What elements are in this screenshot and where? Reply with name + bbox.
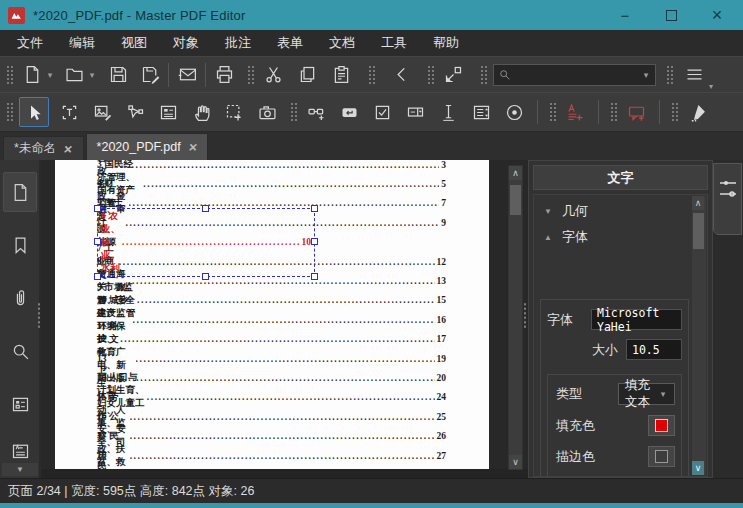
link-tool[interactable] <box>303 98 329 126</box>
open-button[interactable] <box>61 61 87 89</box>
menu-item-document[interactable]: 文档 <box>316 30 368 56</box>
open-dropdown[interactable]: ▾ <box>87 70 97 80</box>
button-field-tool[interactable] <box>336 98 362 126</box>
type-select[interactable]: 填充文本 ▾ <box>618 383 675 405</box>
tab-close-icon[interactable]: × <box>188 140 198 154</box>
scroll-down-button[interactable]: ∨ <box>692 461 704 475</box>
menu-item-edit[interactable]: 编辑 <box>56 30 108 56</box>
fill-color-button[interactable] <box>648 415 675 436</box>
search-input[interactable] <box>511 68 641 82</box>
tab-untitled[interactable]: *未命名 × <box>3 136 84 160</box>
sidebar-scroll-down-button[interactable]: ▼ <box>2 463 38 476</box>
minimize-button[interactable]: − <box>615 5 635 25</box>
select-tool[interactable] <box>19 97 49 127</box>
properties-panel-tab[interactable] <box>713 163 742 235</box>
search-panel-button[interactable] <box>3 331 37 371</box>
selection-handle[interactable] <box>94 205 101 212</box>
listbox-icon <box>471 102 492 123</box>
close-button[interactable]: × <box>707 5 727 25</box>
save-as-button[interactable] <box>137 61 163 89</box>
selection-handle[interactable] <box>202 205 209 212</box>
scroll-up-button[interactable]: ∧ <box>509 166 522 180</box>
screenshot-tool[interactable] <box>254 98 280 126</box>
selection-handle[interactable] <box>311 238 318 245</box>
menu-item-annotate[interactable]: 批注 <box>212 30 264 56</box>
selected-text-object[interactable]: 6 农业、林业、水利..............................… <box>97 233 446 252</box>
eraser-tool[interactable] <box>684 98 710 126</box>
annotations-panel-button[interactable] <box>3 437 37 463</box>
scroll-up-button[interactable]: ∧ <box>692 196 704 210</box>
save-button[interactable] <box>105 61 131 89</box>
toolbar-drag-grip[interactable] <box>6 64 13 86</box>
select-area-tool[interactable] <box>221 98 247 126</box>
fit-selection-button[interactable] <box>440 61 466 89</box>
edit-forms-tool[interactable] <box>155 98 181 126</box>
section-font[interactable]: ▲ 字体 <box>534 221 707 247</box>
hand-tool[interactable] <box>188 98 214 126</box>
attachments-panel-button[interactable] <box>3 278 37 318</box>
text-annotation-tool[interactable] <box>562 98 588 126</box>
sticky-note-tool[interactable] <box>623 98 649 126</box>
document-scrollbar[interactable]: ∧ ∨ <box>508 165 523 470</box>
print-button[interactable] <box>211 61 237 89</box>
scrollbar-thumb[interactable] <box>693 213 704 249</box>
edit-image-tool[interactable] <box>89 98 115 126</box>
tab-close-icon[interactable]: × <box>63 142 73 156</box>
scroll-down-button[interactable]: ∨ <box>509 455 522 469</box>
edit-path-tool[interactable] <box>122 98 148 126</box>
pages-panel-button[interactable] <box>3 172 37 212</box>
selection-handle[interactable] <box>311 205 318 212</box>
selection-handle[interactable] <box>202 273 209 280</box>
listbox-field-tool[interactable] <box>468 98 494 126</box>
main-menu-button[interactable]: ▾ <box>681 61 707 89</box>
new-document-dropdown[interactable]: ▾ <box>45 70 55 80</box>
menu-item-help[interactable]: 帮助 <box>420 30 472 56</box>
menu-item-object[interactable]: 对象 <box>160 30 212 56</box>
toolbar-drag-grip[interactable] <box>666 64 673 86</box>
checkbox-field-tool[interactable] <box>369 98 395 126</box>
toolbar-drag-grip[interactable] <box>368 64 375 86</box>
selection-handle[interactable] <box>94 273 101 280</box>
toolbar-drag-grip[interactable] <box>247 64 254 86</box>
text-field-tool[interactable] <box>435 98 461 126</box>
radio-field-tool[interactable] <box>501 98 527 126</box>
form-fields-panel-button[interactable] <box>3 384 37 424</box>
copy-button[interactable] <box>294 61 320 89</box>
combobox-field-tool[interactable] <box>402 98 428 126</box>
section-geometry[interactable]: ▼ 几何 <box>534 195 707 221</box>
toolbar-drag-grip[interactable] <box>427 64 434 86</box>
stroke-color-button[interactable] <box>648 446 675 467</box>
document-view[interactable]: 2 综合政务..................................… <box>41 160 528 478</box>
new-document-button[interactable] <box>19 61 45 89</box>
font-family-input[interactable]: Microsoft YaHei <box>591 309 682 330</box>
toolbar-drag-grip[interactable] <box>549 101 556 123</box>
toolbar-drag-grip[interactable] <box>671 101 678 123</box>
font-size-input[interactable]: 10.5 <box>626 339 682 360</box>
search-box[interactable]: ▾ <box>493 64 656 86</box>
scrollbar-thumb[interactable] <box>510 185 521 215</box>
panel-splitter[interactable] <box>523 302 527 328</box>
menu-item-file[interactable]: 文件 <box>4 30 56 56</box>
menu-item-view[interactable]: 视图 <box>108 30 160 56</box>
panel-scrollbar[interactable]: ∧ ∨ <box>692 196 706 475</box>
text-cursor-icon <box>438 102 459 123</box>
toolbar-drag-grip[interactable] <box>6 101 13 123</box>
menu-item-forms[interactable]: 表单 <box>264 30 316 56</box>
maximize-button[interactable] <box>661 5 681 25</box>
selection-handle[interactable] <box>94 238 101 245</box>
edit-text-tool[interactable] <box>56 98 82 126</box>
search-dropdown[interactable]: ▾ <box>641 70 651 80</box>
menu-item-tools[interactable]: 工具 <box>368 30 420 56</box>
cut-button[interactable] <box>260 61 286 89</box>
selection-box[interactable]: 6 农业、林业、水利..............................… <box>97 208 315 277</box>
email-button[interactable] <box>174 61 200 89</box>
toolbar-drag-grip[interactable] <box>610 101 617 123</box>
toolbar-drag-grip[interactable] <box>290 101 297 123</box>
tab-2020-pdf[interactable]: *2020_PDF.pdf × <box>86 133 208 160</box>
annotations-icon <box>10 440 31 461</box>
selection-handle[interactable] <box>311 273 318 280</box>
bookmarks-panel-button[interactable] <box>3 225 37 265</box>
toolbar-drag-grip[interactable] <box>480 64 487 86</box>
paste-button[interactable] <box>328 61 354 89</box>
previous-view-button[interactable] <box>389 61 415 89</box>
